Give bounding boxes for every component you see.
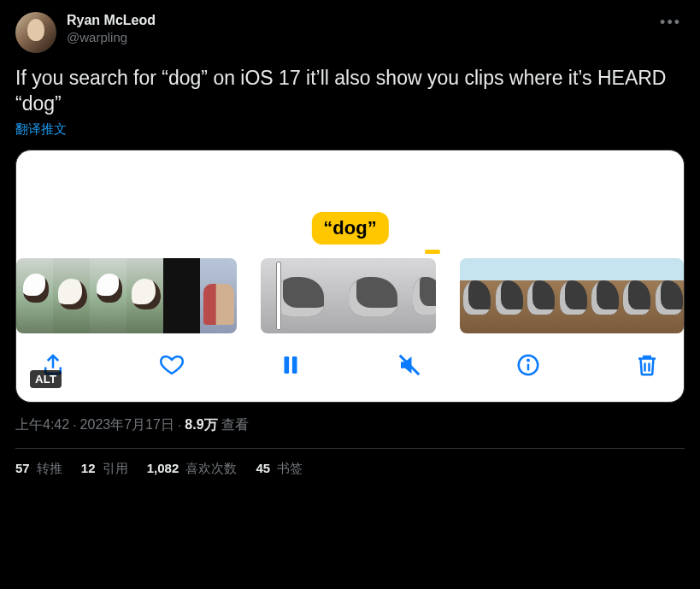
stat-label: 书签 xyxy=(274,461,303,475)
info-button[interactable] xyxy=(514,350,543,380)
clip-frame xyxy=(620,258,651,333)
clip-row xyxy=(16,258,684,333)
clip-frame xyxy=(53,258,90,333)
author-block[interactable]: Ryan McLeod @warpling xyxy=(67,12,656,46)
stat-label: 喜欢次数 xyxy=(182,461,237,475)
dot: · xyxy=(73,418,76,433)
clip-frame xyxy=(126,258,163,333)
clip-frame xyxy=(460,258,491,333)
translate-link[interactable]: 翻译推文 xyxy=(15,121,67,138)
svg-rect-1 xyxy=(292,356,297,374)
dot: · xyxy=(178,418,181,433)
tweet-time[interactable]: 上午4:42 xyxy=(15,416,69,434)
media-toolbar xyxy=(16,333,684,402)
speaker-mute-icon xyxy=(397,352,422,378)
alt-badge[interactable]: ALT xyxy=(30,370,62,388)
views-value: 8.9万 xyxy=(185,416,217,434)
tweet-header: Ryan McLeod @warpling ••• xyxy=(15,12,685,53)
svg-point-4 xyxy=(527,360,529,362)
stats-row: 57 转推 12 引用 1,082 喜欢次数 45 书签 xyxy=(15,449,685,477)
clip-frame xyxy=(524,258,556,333)
mute-button[interactable] xyxy=(395,350,424,380)
clip-frame xyxy=(556,258,588,333)
tweet-text: If you search for “dog” on iOS 17 it’ll … xyxy=(15,65,685,116)
handle: @warpling xyxy=(67,29,656,46)
media-card[interactable]: “dog” xyxy=(15,150,685,403)
stat-value: 12 xyxy=(81,461,96,475)
clip-group-2[interactable] xyxy=(261,258,437,333)
quotes-stat[interactable]: 12 引用 xyxy=(81,461,128,477)
stat-value: 45 xyxy=(256,461,270,475)
clip-frame xyxy=(652,258,684,333)
caption-bubble: “dog” xyxy=(311,212,388,244)
stat-value: 57 xyxy=(15,461,30,475)
scrub-marker xyxy=(425,250,440,254)
avatar[interactable] xyxy=(15,12,56,53)
stat-value: 1,082 xyxy=(147,461,179,475)
clip-frame xyxy=(492,258,524,333)
tweet-container: Ryan McLeod @warpling ••• If you search … xyxy=(0,0,700,487)
clip-frame xyxy=(90,258,126,333)
bookmarks-stat[interactable]: 45 书签 xyxy=(256,461,303,477)
clip-frame xyxy=(334,258,408,333)
views-label: 查看 xyxy=(221,416,249,434)
pause-icon xyxy=(278,352,303,378)
display-name: Ryan McLeod xyxy=(67,12,656,29)
clip-frame xyxy=(163,258,200,333)
clip-frame xyxy=(200,258,237,333)
heart-icon xyxy=(159,352,185,378)
stat-label: 转推 xyxy=(33,461,62,475)
more-icon: ••• xyxy=(660,14,681,31)
more-button[interactable]: ••• xyxy=(656,12,685,33)
pause-button[interactable] xyxy=(276,350,305,380)
meta-row: 上午4:42 · 2023年7月17日 · 8.9万 查看 xyxy=(15,416,685,434)
retweets-stat[interactable]: 57 转推 xyxy=(15,461,62,477)
clip-frame xyxy=(261,258,334,333)
info-icon xyxy=(515,352,541,378)
clip-frame xyxy=(16,258,53,333)
delete-button[interactable] xyxy=(632,350,662,380)
clip-frame xyxy=(408,258,437,333)
media-inner: “dog” xyxy=(16,150,684,402)
tweet-date[interactable]: 2023年7月17日 xyxy=(80,416,174,434)
likes-stat[interactable]: 1,082 喜欢次数 xyxy=(147,461,238,477)
like-button[interactable] xyxy=(157,350,186,380)
stat-label: 引用 xyxy=(99,461,128,475)
clip-group-1[interactable] xyxy=(16,258,237,333)
trash-icon xyxy=(634,352,660,378)
svg-rect-0 xyxy=(285,356,290,374)
clip-group-3[interactable] xyxy=(460,258,684,333)
clip-frame xyxy=(588,258,620,333)
